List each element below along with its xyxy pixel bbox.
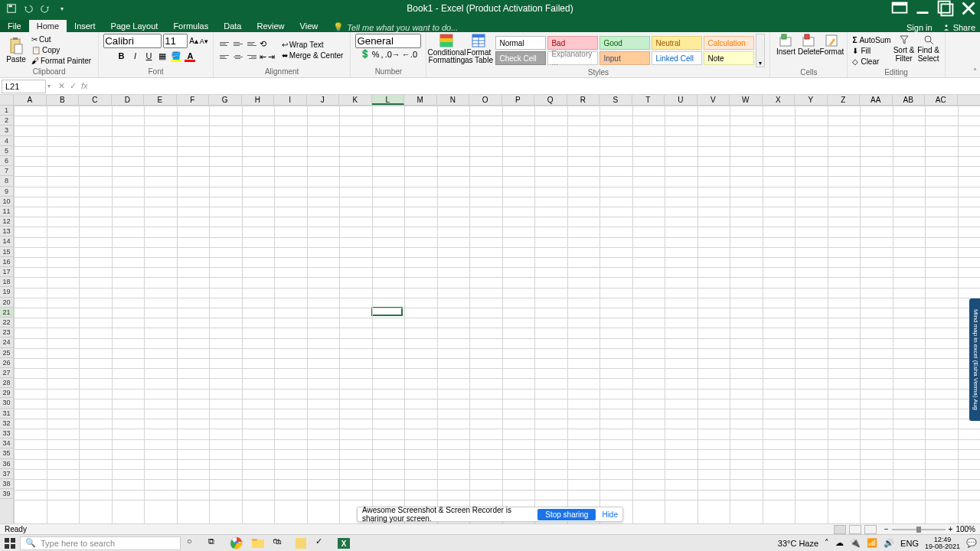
italic-button[interactable]: I	[129, 50, 141, 62]
column-header[interactable]: J	[307, 95, 340, 105]
row-header[interactable]: 16	[0, 257, 13, 267]
maximize-icon[interactable]	[934, 0, 957, 17]
column-header[interactable]: P	[502, 95, 535, 105]
wifi-icon[interactable]: 📶	[867, 538, 877, 548]
collapse-ribbon-button[interactable]: ˄	[973, 67, 977, 76]
orientation-button[interactable]: ⟲	[260, 39, 266, 49]
column-header[interactable]: M	[404, 95, 437, 105]
cut-button[interactable]: ✂Cut	[29, 34, 93, 44]
column-header[interactable]: Q	[534, 95, 567, 105]
column-header[interactable]: V	[697, 95, 730, 105]
file-explorer-icon[interactable]	[251, 536, 265, 550]
column-header[interactable]: L	[372, 95, 405, 105]
insert-cells-button[interactable]: Insert	[775, 34, 796, 67]
font-name-select[interactable]	[103, 34, 162, 48]
cortana-icon[interactable]: ○	[187, 536, 201, 550]
row-header[interactable]: 39	[0, 489, 13, 499]
column-header[interactable]: R	[567, 95, 600, 105]
row-header[interactable]: 12	[0, 217, 13, 227]
paste-button[interactable]: Paste	[5, 36, 28, 65]
column-header[interactable]: S	[599, 95, 632, 105]
row-header[interactable]: 9	[0, 187, 13, 197]
page-break-view-button[interactable]	[864, 525, 877, 534]
row-header[interactable]: 20	[0, 298, 13, 308]
row-header[interactable]: 1	[0, 106, 13, 116]
cell-styles-gallery[interactable]: NormalBadGoodNeutralCalculationCheck Cel…	[495, 36, 754, 65]
page-layout-view-button[interactable]	[849, 525, 861, 534]
row-header[interactable]: 35	[0, 448, 13, 458]
row-header[interactable]: 2	[0, 116, 13, 126]
percent-format-button[interactable]: %	[372, 50, 380, 59]
undo-icon[interactable]	[23, 3, 34, 14]
share-button[interactable]: Share	[942, 23, 975, 32]
sort-filter-button[interactable]: Sort & Filter	[893, 34, 916, 67]
font-size-select[interactable]	[163, 34, 188, 48]
align-middle-button[interactable]	[232, 37, 244, 50]
column-header[interactable]: H	[242, 95, 275, 105]
number-format-select[interactable]	[355, 34, 421, 48]
row-header[interactable]: 30	[0, 398, 13, 408]
row-header[interactable]: 34	[0, 439, 13, 448]
bold-button[interactable]: B	[115, 50, 127, 62]
row-header[interactable]: 18	[0, 277, 13, 287]
tab-page-layout[interactable]: Page Layout	[103, 20, 166, 32]
row-header[interactable]: 13	[0, 227, 13, 236]
normal-view-button[interactable]	[834, 525, 846, 534]
power-icon[interactable]: 🔌	[850, 538, 861, 548]
underline-button[interactable]: U	[142, 50, 155, 62]
style-cell[interactable]: Check Cell	[495, 51, 546, 65]
row-header[interactable]: 14	[0, 236, 13, 246]
minimize-icon[interactable]	[911, 0, 934, 17]
notifications-icon[interactable]: 💬	[966, 538, 977, 548]
tab-formulas[interactable]: Formulas	[165, 20, 216, 32]
style-cell[interactable]: Explanatory ...	[547, 51, 598, 65]
column-header[interactable]: Y	[795, 95, 828, 105]
fx-icon[interactable]: fx	[81, 81, 88, 91]
style-cell[interactable]: Neutral	[652, 36, 702, 50]
accounting-format-button[interactable]: 💲	[360, 49, 371, 59]
row-header[interactable]: 10	[0, 197, 13, 207]
conditional-formatting-button[interactable]: Conditional Formatting	[431, 34, 462, 67]
tab-file[interactable]: File	[0, 20, 29, 32]
row-header[interactable]: 38	[0, 479, 13, 489]
side-panel-tab[interactable]: Mind map in excel (Esha Verma) Aug	[969, 298, 980, 421]
task-view-icon[interactable]: ⧉	[208, 536, 222, 550]
clear-button[interactable]: ◇Clear	[852, 57, 890, 67]
row-header[interactable]: 3	[0, 126, 13, 135]
cells-area[interactable]	[14, 106, 980, 523]
autosum-button[interactable]: ΣAutoSum	[852, 35, 890, 45]
row-header[interactable]: 29	[0, 388, 13, 398]
comma-format-button[interactable]: ,	[381, 50, 384, 59]
increase-font-icon[interactable]: A▴	[189, 37, 198, 45]
row-header[interactable]: 21	[0, 308, 13, 318]
copy-button[interactable]: 📋Copy	[29, 45, 93, 55]
column-header[interactable]: G	[209, 95, 242, 105]
name-box[interactable]	[2, 80, 46, 93]
styles-more-button[interactable]: ▾	[756, 34, 765, 67]
column-header[interactable]: N	[437, 95, 470, 105]
row-headers[interactable]: 1234567891011121314151617181920212223242…	[0, 106, 14, 523]
style-cell[interactable]: Bad	[547, 36, 598, 50]
column-header[interactable]: AB	[893, 95, 926, 105]
weather-widget[interactable]: 33°C Haze	[778, 539, 818, 548]
select-all-corner[interactable]	[0, 95, 14, 106]
tab-home[interactable]: Home	[29, 20, 67, 32]
row-header[interactable]: 23	[0, 328, 13, 337]
fill-button[interactable]: ⬇Fill	[852, 46, 890, 56]
row-header[interactable]: 31	[0, 409, 13, 419]
align-bottom-button[interactable]	[246, 37, 258, 50]
row-header[interactable]: 11	[0, 207, 13, 217]
tray-chevron-icon[interactable]: ˄	[825, 538, 829, 548]
excel-taskbar-icon[interactable]: X	[337, 536, 351, 550]
row-header[interactable]: 26	[0, 358, 13, 368]
column-header[interactable]: O	[469, 95, 502, 105]
decrease-font-icon[interactable]: A▾	[200, 37, 208, 45]
row-header[interactable]: 36	[0, 459, 13, 469]
cancel-formula-icon[interactable]: ✕	[58, 81, 65, 91]
format-painter-button[interactable]: 🖌Format Painter	[29, 56, 93, 66]
column-header[interactable]: Z	[828, 95, 861, 105]
tab-review[interactable]: Review	[249, 20, 292, 32]
zoom-slider[interactable]	[892, 529, 946, 530]
border-button[interactable]: ▦	[156, 50, 168, 62]
redo-icon[interactable]	[40, 3, 51, 14]
